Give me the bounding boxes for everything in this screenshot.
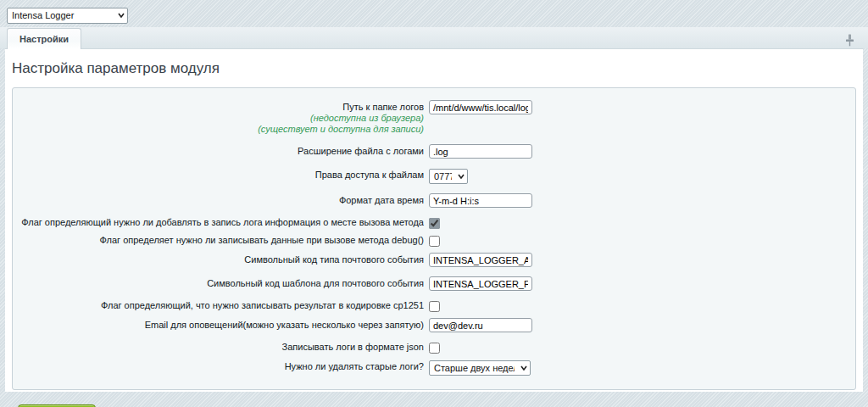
debug-flag-checkbox[interactable]: [429, 236, 440, 247]
tab-settings[interactable]: Настройки: [7, 28, 81, 49]
form-row: Записывать логи в формате json: [13, 342, 847, 354]
field-label: Путь к папке логов (недоступна из браузе…: [13, 100, 429, 135]
tab-bar: Настройки: [0, 27, 868, 48]
file-permissions-select[interactable]: 0777: [429, 169, 468, 184]
file-permissions-select-wrap: 0777: [429, 168, 468, 184]
field-label: Флаг определяющий нужно ли добавлять в з…: [13, 217, 429, 228]
log-path-input[interactable]: [429, 100, 532, 114]
top-bar: Intensa Logger: [0, 0, 868, 27]
form-row: Права доступа к файлам 0777: [13, 168, 847, 184]
field-note: (недоступна из браузера): [13, 113, 424, 124]
main-content: Настройка параметров модуля Путь к папке…: [5, 48, 863, 392]
datetime-format-input[interactable]: [429, 193, 532, 208]
field-label: Расширение файла с логами: [13, 144, 429, 157]
form-footer: Сохранить: [5, 397, 863, 407]
module-select[interactable]: Intensa Logger: [7, 8, 128, 24]
form-row: Email для оповещений(можно указать неско…: [13, 318, 847, 332]
pin-icon[interactable]: [845, 34, 854, 47]
settings-form: Путь к папке логов (недоступна из браузе…: [12, 87, 856, 390]
field-label: Флаг определяющий, что нужно записывать …: [13, 300, 429, 311]
log-extension-input[interactable]: [429, 144, 532, 159]
field-label: Записывать логи в формате json: [13, 342, 429, 353]
delete-old-logs-select[interactable]: Старше двух недель: [429, 360, 531, 376]
form-row: Символьный код шаблона для почтового соб…: [13, 276, 847, 291]
page-title: Настройка параметров модуля: [5, 49, 863, 87]
label-text: Путь к папке логов: [342, 102, 424, 112]
field-label: Права доступа к файлам: [13, 168, 429, 181]
mail-template-input[interactable]: [429, 276, 532, 291]
field-label: Символьный код шаблона для почтового соб…: [13, 276, 429, 289]
form-row: Путь к папке логов (недоступна из браузе…: [13, 100, 847, 135]
call-place-flag-checkbox[interactable]: [429, 218, 440, 229]
form-row: Флаг определяет нужно ли записывать данн…: [13, 235, 847, 247]
form-row: Формат дата время: [13, 193, 847, 208]
field-label: Нужно ли удалять старые логи?: [13, 360, 429, 372]
form-row: Флаг определяющий нужно ли добавлять в з…: [13, 217, 847, 229]
field-label: Флаг определяет нужно ли записывать данн…: [13, 235, 429, 246]
mail-event-type-input[interactable]: [429, 253, 532, 267]
form-row: Нужно ли удалять старые логи? Старше дву…: [13, 360, 847, 376]
field-label: Символьный код типа почтового события: [13, 253, 429, 265]
form-row: Символьный код типа почтового события: [13, 253, 847, 267]
module-select-wrap: Intensa Logger: [7, 7, 128, 24]
delete-old-logs-select-wrap: Старше двух недель: [429, 360, 531, 376]
field-label: Формат дата время: [13, 193, 429, 206]
field-label: Email для оповещений(можно указать неско…: [13, 318, 429, 331]
email-input[interactable]: [429, 318, 532, 332]
form-row: Флаг определяющий, что нужно записывать …: [13, 300, 847, 312]
json-format-checkbox[interactable]: [429, 343, 440, 354]
cp1251-flag-checkbox[interactable]: [429, 301, 440, 312]
field-note: (существует и доступна для записи): [13, 124, 424, 135]
form-row: Расширение файла с логами: [13, 144, 847, 159]
